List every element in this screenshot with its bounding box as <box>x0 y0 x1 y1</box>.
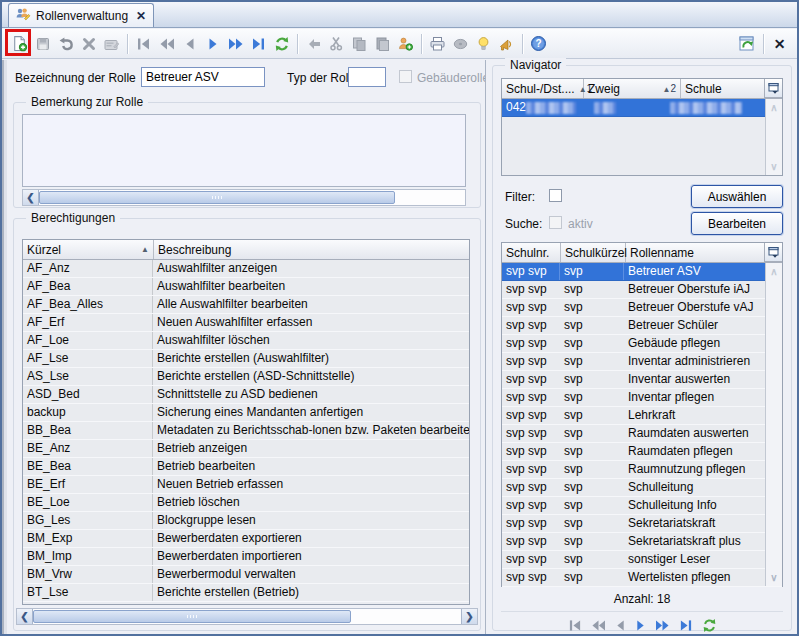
filter-checkbox[interactable] <box>549 189 562 202</box>
auswaehlen-button[interactable]: Auswählen <box>691 185 783 208</box>
berechtigungen-hscrollbar[interactable]: ❮ ❯ <box>16 608 478 625</box>
fast-next-button[interactable] <box>224 32 247 56</box>
table-row[interactable]: AF_AnzAuswahlfilter anzeigen <box>23 260 469 278</box>
table-row[interactable]: AF_LoeAuswahlfilter löschen <box>23 332 469 350</box>
add-user-button[interactable] <box>394 32 417 56</box>
first-record-button[interactable] <box>132 32 155 56</box>
table-row[interactable]: BM_ImpBewerberdaten importieren <box>23 548 469 566</box>
table-row[interactable]: BB_BeaMetadaten zu Berichtsschab-lonen b… <box>23 422 469 440</box>
next-button[interactable] <box>201 32 224 56</box>
table-row[interactable]: svp svpsvpsonstiger Leser <box>502 551 782 569</box>
table-row[interactable]: svp svpsvpLehrkraft <box>502 407 782 425</box>
table-row[interactable]: svp svpsvpInventar administrieren <box>502 353 782 371</box>
scroll-left-icon[interactable]: ❮ <box>17 609 33 624</box>
table-row[interactable]: svp svpsvpRaumnutzung pflegen <box>502 461 782 479</box>
school-row-selected[interactable]: 042 <box>502 99 782 117</box>
scroll-down-icon[interactable]: ∨ <box>766 161 782 172</box>
first-record-button[interactable] <box>568 619 582 632</box>
table-row[interactable]: svp svpsvpInventar auswerten <box>502 371 782 389</box>
bezeichnung-input[interactable] <box>141 67 265 87</box>
roles-table-vscrollbar[interactable]: ∧ ∨ <box>765 263 782 586</box>
last-record-button[interactable] <box>247 32 270 56</box>
column-header-schulkuerzel[interactable]: Schulkürzel <box>561 243 626 262</box>
new-record-button[interactable] <box>8 32 31 56</box>
table-row[interactable]: ASD_BedSchnittstelle zu ASD bedienen <box>23 386 469 404</box>
cut-button[interactable] <box>325 32 348 56</box>
tab-rollenverwaltung[interactable]: Rollenverwaltung ✕ <box>8 3 154 27</box>
bearbeiten-button[interactable]: Bearbeiten <box>691 212 783 235</box>
scrollbar-thumb[interactable] <box>33 610 351 623</box>
sync-window-button[interactable] <box>736 32 759 56</box>
paste-button[interactable] <box>371 32 394 56</box>
table-row[interactable]: svp svpsvpGebäude pflegen <box>502 335 782 353</box>
close-button[interactable]: ✕ <box>768 32 791 56</box>
column-header-beschreibung[interactable]: Beschreibung <box>154 240 469 259</box>
table-row[interactable]: svp svpsvpSekretariatskraft <box>502 515 782 533</box>
column-header-rollenname[interactable]: Rollenname ▲ <box>626 243 782 262</box>
table-row[interactable]: backupSicherung eines Mandanten anfertig… <box>23 404 469 422</box>
table-row[interactable]: AF_ErfNeuen Auswahlfilter erfassen <box>23 314 469 332</box>
table-row[interactable]: svp svpsvpBetreuer ASV <box>502 263 782 281</box>
table-row[interactable]: AS_LseBerichte erstellen (ASD-Schnittste… <box>23 368 469 386</box>
save-button[interactable] <box>31 32 54 56</box>
table-row[interactable]: svp svpsvpSchulleitung <box>502 479 782 497</box>
table-row[interactable]: BE_ErfNeuen Betrieb erfassen <box>23 476 469 494</box>
table-row[interactable]: svp svpsvpRaumdaten auswerten <box>502 425 782 443</box>
back-arrow-button[interactable] <box>302 32 325 56</box>
scroll-left-icon[interactable]: ❮ <box>23 190 39 205</box>
help-button[interactable]: ? <box>527 32 550 56</box>
table-row[interactable]: AF_LseBerichte erstellen (Auswahlfilter) <box>23 350 469 368</box>
refresh-button[interactable] <box>702 618 717 633</box>
delete-button[interactable] <box>77 32 100 56</box>
suche-aktiv-checkbox[interactable] <box>549 216 562 229</box>
previous-button[interactable] <box>615 619 626 632</box>
table-row[interactable]: svp svpsvpBetreuer Oberstufe iAJ <box>502 281 782 299</box>
hint-bulb-button[interactable] <box>472 32 495 56</box>
print-button[interactable] <box>426 32 449 56</box>
next-button[interactable] <box>635 619 646 632</box>
table-row[interactable]: svp svpsvpWertelisten pflegen <box>502 569 782 587</box>
fast-next-button[interactable] <box>655 619 670 632</box>
table-row[interactable]: BT_LseBerichte erstellen (Betrieb) <box>23 584 469 602</box>
table-row[interactable]: AF_BeaAuswahlfilter bearbeiten <box>23 278 469 296</box>
edit-button[interactable] <box>100 32 123 56</box>
table-row[interactable]: BM_ExpBewerberdaten exportieren <box>23 530 469 548</box>
scroll-down-icon[interactable]: ∨ <box>766 572 782 583</box>
copy-button[interactable] <box>348 32 371 56</box>
table-row[interactable]: svp svpsvpBetreuer Oberstufe vAJ <box>502 299 782 317</box>
gebaeuderolle-checkbox[interactable] <box>399 70 412 83</box>
table-row[interactable]: BE_AnzBetrieb anzeigen <box>23 440 469 458</box>
table-row[interactable]: svp svpsvpSchulleitung Info <box>502 497 782 515</box>
column-header-kuerzel[interactable]: Kürzel ▲ <box>23 240 154 259</box>
table-row[interactable]: BE_BeaBetrieb bearbeiten <box>23 458 469 476</box>
last-record-button[interactable] <box>679 619 693 632</box>
refresh-button[interactable] <box>270 32 293 56</box>
table-row[interactable]: AF_Bea_AllesAlle Auswahlfilter bearbeite… <box>23 296 469 314</box>
bemerkung-textarea[interactable] <box>22 114 466 187</box>
table-row[interactable]: svp svpsvpSekretariatskraft plus <box>502 533 782 551</box>
undo-button[interactable] <box>54 32 77 56</box>
school-table-vscrollbar[interactable]: ∧ ∨ <box>765 99 782 175</box>
column-chooser-button[interactable] <box>764 79 782 98</box>
scroll-up-icon[interactable]: ∧ <box>766 266 782 277</box>
scrollbar-thumb[interactable] <box>39 191 395 204</box>
fast-previous-button[interactable] <box>155 32 178 56</box>
scroll-up-icon[interactable]: ∧ <box>766 102 782 113</box>
scrollbar-track[interactable] <box>395 190 465 205</box>
previous-button[interactable] <box>178 32 201 56</box>
column-header-schulnr[interactable]: Schulnr. <box>502 243 561 262</box>
table-row[interactable]: BE_LoeBetrieb löschen <box>23 494 469 512</box>
table-row[interactable]: svp svpsvpInventar pflegen <box>502 389 782 407</box>
table-row[interactable]: svp svpsvpBetreuer Schüler <box>502 317 782 335</box>
disc-button[interactable] <box>449 32 472 56</box>
column-chooser-button[interactable] <box>764 243 782 262</box>
horn-button[interactable] <box>495 32 518 56</box>
table-row[interactable]: BM_VrwBewerbermodul verwalten <box>23 566 469 584</box>
bemerkung-hscrollbar[interactable]: ❮ <box>22 189 466 206</box>
fast-previous-button[interactable] <box>591 619 606 632</box>
scroll-right-icon[interactable]: ❯ <box>461 609 477 624</box>
table-row[interactable]: svp svpsvpRaumdaten pflegen <box>502 443 782 461</box>
scrollbar-track[interactable] <box>351 609 461 624</box>
column-header-zweig[interactable]: Zweig ▲2 <box>584 79 681 98</box>
column-header-schul-dst[interactable]: Schul-/Dst.... ▲1 <box>502 79 584 98</box>
